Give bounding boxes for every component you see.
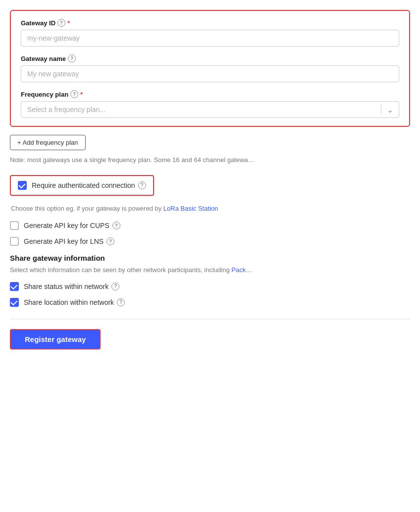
frequency-plan-select-wrapper: Select a frequency plan... ⌄ — [21, 101, 399, 118]
register-gateway-button[interactable]: Register gateway — [10, 329, 101, 349]
require-auth-note: Choose this option eg. if your gateway i… — [11, 204, 410, 214]
gateway-id-help-icon[interactable]: ? — [57, 19, 65, 27]
gateway-id-label: Gateway ID ? * — [21, 19, 399, 27]
gateway-name-input[interactable] — [21, 65, 399, 82]
pack-link[interactable]: Pack — [231, 266, 246, 274]
share-gateway-section: Share gateway information Select which i… — [10, 254, 410, 307]
share-section-title: Share gateway information — [10, 254, 410, 262]
require-auth-label-text: Require authenticated connection — [32, 181, 135, 189]
frequency-plan-note: Note: most gateways use a single frequen… — [10, 155, 410, 165]
require-auth-note-prefix: Choose this option eg. if your gateway i… — [11, 205, 163, 212]
share-location-label: Share location within network ? — [24, 298, 125, 306]
share-status-label: Share status within network ? — [24, 283, 119, 290]
register-gateway-label: Register gateway — [25, 335, 86, 343]
add-frequency-plan-button[interactable]: + Add frequency plan — [10, 135, 86, 150]
share-section-desc: Select which information can be seen by … — [10, 265, 410, 275]
gateway-name-help-icon[interactable]: ? — [68, 55, 76, 62]
frequency-plan-label: Frequency plan ? * — [21, 90, 399, 98]
frequency-plan-help-icon[interactable]: ? — [70, 90, 78, 98]
gen-cups-help-icon[interactable]: ? — [112, 222, 120, 229]
require-auth-checkbox[interactable] — [18, 181, 27, 190]
share-desc-suffix: … — [246, 266, 252, 274]
frequency-plan-required-star: * — [80, 91, 83, 98]
share-location-help-icon[interactable]: ? — [117, 298, 125, 306]
require-auth-help-icon[interactable]: ? — [138, 181, 146, 189]
gen-cups-label-text: Generate API key for CUPS — [24, 222, 109, 229]
gateway-id-label-text: Gateway ID — [21, 19, 55, 27]
gen-lns-checkbox[interactable] — [10, 237, 19, 246]
gateway-id-input[interactable] — [21, 30, 399, 47]
share-location-item: Share location within network ? — [10, 298, 410, 307]
share-location-label-text: Share location within network — [24, 298, 114, 306]
add-frequency-plan-label: + Add frequency plan — [17, 139, 78, 146]
gen-cups-item: Generate API key for CUPS ? — [10, 221, 410, 230]
gen-lns-label-text: Generate API key for LNS — [24, 237, 104, 245]
share-status-checkbox[interactable] — [10, 282, 19, 291]
share-status-help-icon[interactable]: ? — [111, 283, 119, 290]
share-status-item: Share status within network ? — [10, 282, 410, 291]
share-status-label-text: Share status within network — [24, 283, 108, 290]
gateway-id-required-star: * — [67, 19, 70, 27]
gen-lns-help-icon[interactable]: ? — [106, 237, 114, 245]
gateway-name-label-text: Gateway name — [21, 55, 66, 62]
gen-lns-item: Generate API key for LNS ? — [10, 237, 410, 246]
require-auth-label: Require authenticated connection ? — [32, 181, 146, 189]
gateway-form-section: Gateway ID ? * Gateway name ? Frequency … — [10, 10, 410, 127]
share-location-checkbox[interactable] — [10, 298, 19, 307]
require-auth-section: Require authenticated connection ? — [10, 175, 154, 196]
gateway-id-group: Gateway ID ? * — [21, 19, 399, 47]
gen-cups-checkbox[interactable] — [10, 221, 19, 230]
form-divider — [10, 319, 410, 319]
gen-lns-label: Generate API key for LNS ? — [24, 237, 114, 245]
gateway-name-label: Gateway name ? — [21, 55, 399, 62]
frequency-plan-group: Frequency plan ? * Select a frequency pl… — [21, 90, 399, 118]
lora-basic-station-link[interactable]: LoRa Basic Station — [163, 205, 218, 212]
gateway-name-group: Gateway name ? — [21, 55, 399, 82]
gen-cups-label: Generate API key for CUPS ? — [24, 222, 120, 229]
share-desc-prefix: Select which information can be seen by … — [10, 266, 231, 274]
frequency-plan-select[interactable]: Select a frequency plan... — [21, 101, 399, 118]
frequency-plan-label-text: Frequency plan — [21, 91, 68, 98]
